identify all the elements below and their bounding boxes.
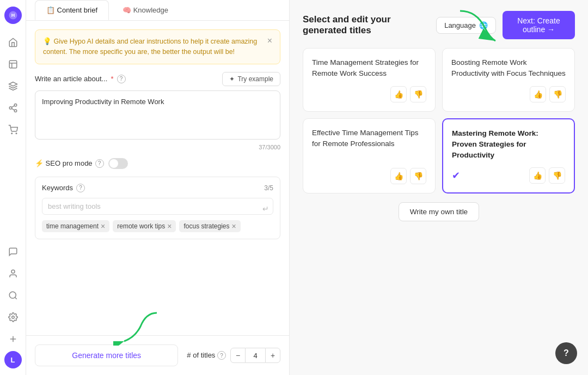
close-icon[interactable]: ×	[267, 37, 272, 45]
article-help-icon[interactable]: ?	[117, 75, 126, 83]
sidebar-item-cart[interactable]	[3, 120, 23, 140]
char-count: 37/3000	[35, 144, 280, 150]
panel-content: 💡 Give Hypo AI details and clear instruc…	[26, 21, 289, 335]
right-panel: Select and edit your generated titles La…	[290, 0, 588, 375]
thumbs-down-4[interactable]: 👎	[549, 167, 565, 184]
sidebar-item-home[interactable]	[3, 33, 23, 52]
thumbs-down-2[interactable]: 👎	[549, 86, 566, 102]
tab-content-brief[interactable]: 📋 Content brief	[35, 0, 109, 20]
seo-row: ⚡ SEO pro mode ?	[35, 158, 280, 169]
right-header-actions: Language 🌐 Next: Create outline →	[436, 11, 575, 39]
sidebar-item-settings[interactable]	[3, 307, 23, 327]
thumbs-down-3[interactable]: 👎	[410, 168, 426, 184]
sidebar-item-profile[interactable]	[3, 264, 23, 283]
title-card-4[interactable]: Mastering Remote Work: Proven Strategies…	[442, 118, 575, 194]
enter-icon: ↵	[262, 204, 269, 213]
seo-label: ⚡ SEO pro mode ?	[35, 159, 104, 168]
title-card-3-text: Effective Time Management Tips for Remot…	[312, 128, 426, 162]
title-card-3[interactable]: Effective Time Management Tips for Remot…	[303, 118, 436, 194]
svg-rect-2	[9, 61, 17, 68]
thumbs-up-4[interactable]: 👍	[529, 167, 546, 184]
next-create-outline-button[interactable]: Next: Create outline →	[503, 11, 575, 39]
language-icon: 🌐	[479, 21, 488, 29]
article-textarea[interactable]: Improving Productivity in Remote Work	[35, 90, 280, 140]
svg-marker-5	[9, 82, 17, 87]
left-panel: 📋 Content brief 🧠 Knowledge 💡 Give Hypo …	[26, 0, 290, 375]
svg-point-6	[14, 104, 17, 107]
info-banner-text: 💡 Give Hypo AI details and clear instruc…	[43, 37, 263, 57]
titles-grid: Time Management Strategies for Remote Wo…	[303, 48, 575, 193]
svg-point-14	[9, 292, 16, 298]
right-header: Select and edit your generated titles La…	[303, 11, 575, 39]
titles-stepper: − 4 +	[230, 348, 280, 363]
help-button[interactable]: ?	[555, 342, 577, 364]
title-card-2-actions: 👍 👎	[451, 86, 566, 102]
info-banner: 💡 Give Hypo AI details and clear instruc…	[35, 29, 280, 64]
title-card-3-actions: 👍 👎	[312, 168, 426, 184]
article-field-section: Write an article about... * ? ✦ Try exam…	[35, 72, 280, 150]
increment-titles-button[interactable]: +	[265, 348, 280, 363]
keyword-tag-time-management: time management ×	[42, 220, 109, 232]
svg-point-12	[16, 133, 17, 134]
title-card-4-actions: ✔ 👍 👎	[452, 167, 565, 184]
sidebar-item-documents[interactable]	[3, 55, 23, 74]
svg-point-16	[11, 316, 14, 319]
seo-help-icon[interactable]: ?	[95, 159, 104, 168]
title-card-2-text: Boosting Remote Work Productivity with F…	[451, 57, 566, 80]
article-field-label: Write an article about... * ? ✦ Try exam…	[35, 72, 280, 86]
right-panel-title: Select and edit your generated titles	[303, 14, 436, 36]
keywords-count: 3/5	[264, 184, 273, 192]
keywords-help-icon[interactable]: ?	[76, 184, 85, 192]
sidebar-item-add[interactable]	[3, 329, 23, 349]
remove-tag-focus-strategies[interactable]: ×	[232, 222, 236, 230]
keywords-header: Keywords ? 3/5	[42, 184, 273, 192]
titles-count-label: # of titles ?	[187, 351, 226, 360]
titles-count-help-icon[interactable]: ?	[217, 351, 226, 360]
tab-knowledge[interactable]: 🧠 Knowledge	[111, 0, 180, 20]
title-card-1[interactable]: Time Management Strategies for Remote Wo…	[303, 48, 436, 112]
keyword-tags: time management × remote work tips × foc…	[42, 220, 273, 232]
title-card-1-actions: 👍 👎	[312, 86, 426, 102]
titles-value: 4	[246, 348, 265, 363]
title-card-1-text: Time Management Strategies for Remote Wo…	[312, 57, 426, 80]
remove-tag-time-management[interactable]: ×	[101, 222, 105, 230]
remove-tag-remote-work-tips[interactable]: ×	[167, 222, 171, 230]
thumbs-up-1[interactable]: 👍	[390, 86, 407, 102]
keyword-tag-remote-work-tips: remote work tips ×	[113, 220, 176, 232]
svg-line-15	[15, 297, 16, 299]
sidebar-logo[interactable]: H	[4, 7, 22, 24]
decrement-titles-button[interactable]: −	[230, 348, 246, 363]
help-icon: ?	[564, 348, 569, 358]
svg-point-7	[9, 107, 12, 110]
keyword-tag-focus-strategies: focus strategies ×	[179, 220, 240, 232]
sidebar: H L	[0, 0, 26, 375]
svg-point-11	[11, 133, 13, 134]
sidebar-item-search[interactable]	[3, 286, 23, 305]
thumbs-up-3[interactable]: 👍	[390, 168, 407, 184]
avatar[interactable]: L	[4, 351, 22, 368]
keywords-section: Keywords ? 3/5 ↵ time management × remot…	[35, 177, 280, 239]
seo-toggle[interactable]	[108, 158, 128, 169]
svg-point-13	[11, 270, 15, 273]
generate-more-titles-button[interactable]: Generate more titles	[35, 344, 178, 366]
thumbs-down-1[interactable]: 👎	[410, 86, 426, 102]
thumbs-up-2[interactable]: 👍	[530, 86, 546, 102]
sidebar-item-connections[interactable]	[3, 98, 23, 118]
sidebar-item-chat[interactable]	[3, 242, 23, 262]
right-panel-wrapper: Select and edit your generated titles La…	[290, 0, 588, 375]
titles-count-row: # of titles ? − 4 +	[187, 348, 280, 363]
sidebar-item-layers[interactable]	[3, 76, 23, 96]
keyword-input[interactable]	[42, 198, 273, 215]
svg-point-8	[14, 110, 17, 112]
title-card-2[interactable]: Boosting Remote Work Productivity with F…	[442, 48, 575, 112]
title-card-4-text: Mastering Remote Work: Proven Strategies…	[452, 128, 565, 161]
language-button[interactable]: Language 🌐	[436, 17, 496, 34]
panel-footer: Generate more titles # of titles ? − 4 +	[26, 335, 289, 375]
write-own-title-button[interactable]: Write my own title	[399, 202, 479, 221]
svg-line-10	[11, 106, 14, 107]
tab-bar: 📋 Content brief 🧠 Knowledge	[26, 0, 289, 21]
svg-line-9	[11, 108, 14, 110]
selected-checkmark-icon: ✔	[452, 170, 460, 182]
svg-text:H: H	[11, 13, 15, 18]
try-example-button[interactable]: ✦ Try example	[222, 72, 280, 86]
